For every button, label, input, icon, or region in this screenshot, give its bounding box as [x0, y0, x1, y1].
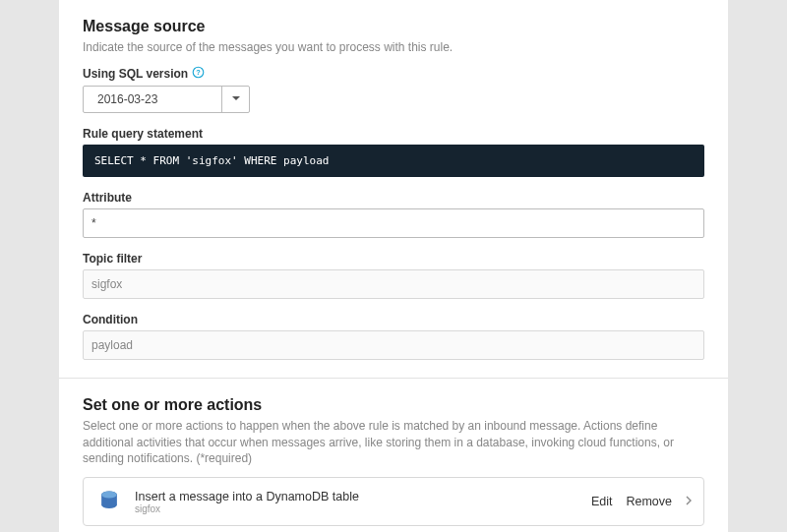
- main-panel: Message source Indicate the source of th…: [59, 0, 728, 532]
- attribute-label: Attribute: [83, 191, 704, 205]
- message-source-section: Message source Indicate the source of th…: [59, 0, 728, 379]
- action-main: Insert a message into a DynamoDB table s…: [135, 490, 591, 514]
- condition-label: Condition: [83, 313, 704, 326]
- sql-version-value: 2016-03-23: [84, 87, 221, 112]
- attribute-input[interactable]: [83, 208, 704, 238]
- svg-point-3: [101, 492, 117, 499]
- action-edit-link[interactable]: Edit: [591, 495, 613, 508]
- actions-description: Select one or more actions to happen whe…: [83, 418, 704, 467]
- info-icon[interactable]: ?: [192, 66, 205, 82]
- rule-query-label: Rule query statement: [83, 127, 704, 141]
- sql-version-label-text: Using SQL version: [83, 67, 188, 81]
- action-remove-link[interactable]: Remove: [626, 495, 672, 508]
- svg-text:?: ?: [196, 68, 201, 77]
- dynamodb-icon: [95, 488, 123, 515]
- rule-query-statement[interactable]: SELECT * FROM 'sigfox' WHERE payload: [83, 145, 704, 177]
- topic-filter-input[interactable]: [83, 269, 704, 299]
- action-title: Insert a message into a DynamoDB table: [135, 490, 591, 503]
- action-subtitle: sigfox: [135, 503, 591, 514]
- topic-filter-label: Topic filter: [83, 252, 704, 266]
- actions-title: Set one or more actions: [83, 396, 704, 414]
- condition-input[interactable]: [83, 330, 704, 360]
- action-row-dynamodb[interactable]: Insert a message into a DynamoDB table s…: [83, 477, 704, 526]
- message-source-description: Indicate the source of the messages you …: [83, 39, 704, 56]
- chevron-down-icon: [221, 87, 249, 112]
- chevron-right-icon: [686, 496, 692, 507]
- actions-section: Set one or more actions Select one or mo…: [59, 379, 728, 532]
- sql-version-label: Using SQL version ?: [83, 66, 704, 82]
- sql-version-select[interactable]: 2016-03-23: [83, 86, 250, 113]
- message-source-title: Message source: [83, 18, 704, 35]
